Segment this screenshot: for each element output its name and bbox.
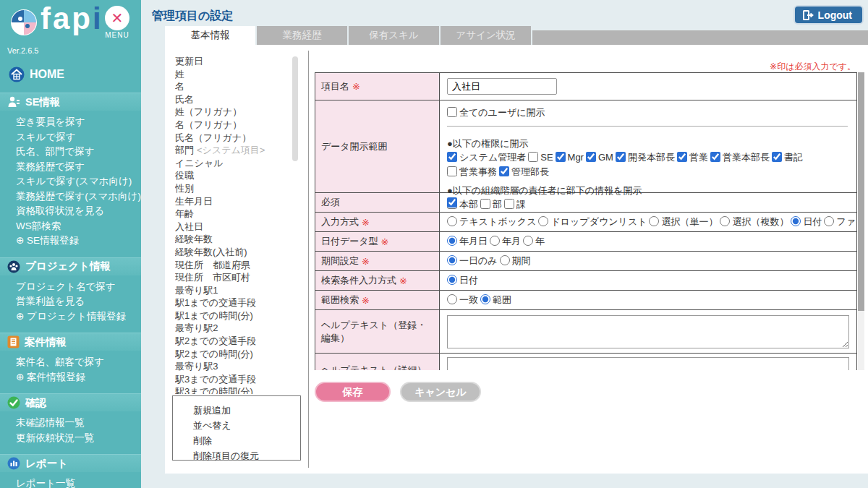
all-users-checkbox[interactable] bbox=[447, 107, 457, 117]
input-method-radio[interactable] bbox=[791, 216, 801, 226]
permission-checkbox[interactable] bbox=[772, 152, 782, 162]
input-method-radio[interactable] bbox=[720, 216, 730, 226]
input-method-radio-label[interactable]: ドロップダウンリスト bbox=[538, 215, 647, 228]
sidebar-section-se[interactable]: SE情報 bbox=[0, 93, 141, 111]
input-method-radio[interactable] bbox=[447, 216, 457, 226]
permission-checkbox[interactable] bbox=[447, 152, 457, 162]
field-action-item[interactable]: 削除 bbox=[193, 433, 300, 448]
sidebar-item[interactable]: WS部検索 bbox=[16, 219, 141, 234]
permission-checkbox-label[interactable]: システム管理者 bbox=[447, 152, 526, 163]
scrollbar-thumb[interactable] bbox=[858, 72, 864, 311]
field-list-item[interactable]: 駅2までの交通手段 bbox=[175, 335, 292, 348]
sidebar-item[interactable]: 未確認情報一覧 bbox=[16, 416, 141, 431]
field-list-item[interactable]: 生年月日 bbox=[175, 195, 292, 208]
tab-basic-info[interactable]: 基本情報 bbox=[165, 26, 255, 45]
permission-checkbox-label[interactable]: 管理部長 bbox=[499, 166, 549, 177]
permission-checkbox[interactable] bbox=[677, 152, 687, 162]
sidebar-item[interactable]: 氏名、部門で探す bbox=[16, 145, 141, 160]
range-search-radio-label[interactable]: 一致 bbox=[447, 294, 478, 307]
permission-checkbox[interactable] bbox=[499, 166, 509, 176]
field-list-item[interactable]: 駅1までの交通手段 bbox=[175, 296, 292, 309]
period-radio-label[interactable]: 一日のみ bbox=[447, 254, 498, 267]
range-search-radio[interactable] bbox=[480, 294, 490, 304]
period-radio[interactable] bbox=[447, 255, 457, 265]
range-search-radio-label[interactable]: 範囲 bbox=[480, 294, 511, 307]
tab-skills[interactable]: 保有スキル bbox=[349, 26, 439, 45]
field-action-item[interactable]: 並べ替え bbox=[193, 418, 300, 433]
date-type-radio-label[interactable]: 年月 bbox=[490, 235, 521, 248]
input-method-radio-label[interactable]: 選択（複数） bbox=[720, 215, 788, 228]
logout-button[interactable]: Logout bbox=[793, 5, 864, 25]
field-list-item[interactable]: 役職 bbox=[175, 169, 292, 182]
input-method-radio-label[interactable]: ファイル bbox=[824, 215, 857, 228]
date-type-radio[interactable] bbox=[490, 236, 500, 246]
input-method-radio-label[interactable]: 選択（単一） bbox=[649, 215, 718, 228]
field-action-item[interactable]: 新規追加 bbox=[193, 403, 300, 418]
all-users-checkbox-label[interactable]: 全てのユーザに開示 bbox=[447, 107, 545, 118]
field-list-item[interactable]: 最寄り駅2 bbox=[175, 322, 292, 335]
permission-checkbox-label[interactable]: SE bbox=[528, 152, 553, 163]
period-radio[interactable] bbox=[500, 255, 510, 265]
tab-work-history[interactable]: 業務経歴 bbox=[257, 26, 347, 45]
help-detail-textarea[interactable] bbox=[447, 357, 849, 371]
sidebar-section-case[interactable]: 案件情報 bbox=[0, 333, 141, 351]
date-type-radio-label[interactable]: 年 bbox=[523, 235, 545, 248]
permission-checkbox-label[interactable]: 書記 bbox=[772, 152, 803, 163]
sidebar-item[interactable]: ⊕ SE情報登録 bbox=[16, 234, 141, 249]
save-button[interactable]: 保存 bbox=[315, 382, 391, 402]
required-checkbox[interactable] bbox=[447, 197, 457, 207]
sidebar-item-home[interactable]: HOME bbox=[9, 67, 141, 82]
permission-checkbox[interactable] bbox=[447, 166, 457, 176]
field-list-item[interactable]: 経験年数 bbox=[175, 233, 292, 246]
search-input-radio[interactable] bbox=[447, 275, 457, 285]
permission-checkbox-label[interactable]: 営業事務 bbox=[447, 166, 497, 177]
field-list-item[interactable]: 年齢 bbox=[175, 207, 292, 221]
permission-checkbox[interactable] bbox=[586, 152, 596, 162]
field-list-item[interactable]: 氏名 bbox=[175, 93, 292, 106]
input-method-radio-label[interactable]: テキストボックス bbox=[447, 215, 536, 228]
sidebar-section-report[interactable]: レポート bbox=[0, 454, 141, 472]
tab-assign-status[interactable]: アサイン状況 bbox=[441, 26, 531, 45]
sidebar-item[interactable]: 資格取得状況を見る bbox=[16, 204, 141, 219]
field-list-item[interactable]: 現住所 都道府県 bbox=[175, 259, 292, 272]
permission-checkbox[interactable] bbox=[710, 152, 720, 162]
field-list-item[interactable]: 更新日 bbox=[175, 55, 292, 68]
field-list-item[interactable]: 入社日 bbox=[175, 221, 292, 234]
field-list-item[interactable]: イニシャル bbox=[175, 157, 292, 170]
permission-checkbox[interactable] bbox=[556, 152, 566, 162]
field-list-item[interactable]: 部門<システム項目> bbox=[175, 144, 292, 157]
date-type-radio-label[interactable]: 年月日 bbox=[447, 235, 488, 248]
search-input-radio-label[interactable]: 日付 bbox=[447, 274, 478, 287]
field-list-item[interactable]: 最寄り駅1 bbox=[175, 284, 292, 297]
permission-checkbox-label[interactable]: 営業本部長 bbox=[710, 152, 770, 163]
sidebar-item[interactable]: プロジェクト名で探す bbox=[16, 280, 141, 295]
field-list-item[interactable]: 駅3までの時間(分) bbox=[175, 385, 292, 394]
field-action-item[interactable]: 削除項目の復元 bbox=[193, 448, 300, 463]
sidebar-section-confirm[interactable]: 確認 bbox=[0, 393, 141, 411]
field-list-item[interactable]: 姓（フリガナ） bbox=[175, 106, 292, 119]
date-type-radio[interactable] bbox=[447, 236, 457, 246]
sidebar-item[interactable]: 業務経歴で探す bbox=[16, 160, 141, 175]
field-list-item[interactable]: 姓 bbox=[175, 68, 292, 81]
sidebar-item[interactable]: レポート一覧 bbox=[16, 476, 141, 488]
item-name-input[interactable] bbox=[447, 78, 557, 95]
input-method-radio[interactable] bbox=[824, 216, 834, 226]
field-list-item[interactable]: 名 bbox=[175, 80, 292, 93]
sidebar-item[interactable]: 業務経歴で探す(スマホ向け) bbox=[16, 189, 141, 205]
input-method-radio[interactable] bbox=[649, 216, 659, 226]
sidebar-item[interactable]: スキルで探す(スマホ向け) bbox=[16, 174, 141, 189]
permission-checkbox-label[interactable]: 営業 bbox=[677, 152, 708, 163]
sidebar-item[interactable]: ⊕ 案件情報登録 bbox=[16, 370, 141, 385]
field-list-item[interactable]: 最寄り駅3 bbox=[175, 360, 292, 373]
period-radio-label[interactable]: 期間 bbox=[500, 254, 531, 267]
permission-checkbox-label[interactable]: Mgr bbox=[556, 152, 584, 163]
field-list-item[interactable]: 氏名（フリガナ） bbox=[175, 132, 292, 145]
form-scrollbar[interactable] bbox=[858, 72, 864, 370]
input-method-radio-label[interactable]: 日付 bbox=[791, 215, 822, 228]
field-list-item[interactable]: 駅2までの時間(分) bbox=[175, 348, 292, 361]
sidebar-item[interactable]: ⊕ プロジェクト情報登録 bbox=[16, 309, 141, 325]
field-list-item[interactable]: 駅3までの交通手段 bbox=[175, 373, 292, 386]
sidebar-item[interactable]: 案件名、顧客で探す bbox=[16, 355, 141, 370]
field-list-item[interactable]: 経験年数(入社前) bbox=[175, 246, 292, 259]
scrollbar-thumb[interactable] bbox=[292, 56, 298, 161]
